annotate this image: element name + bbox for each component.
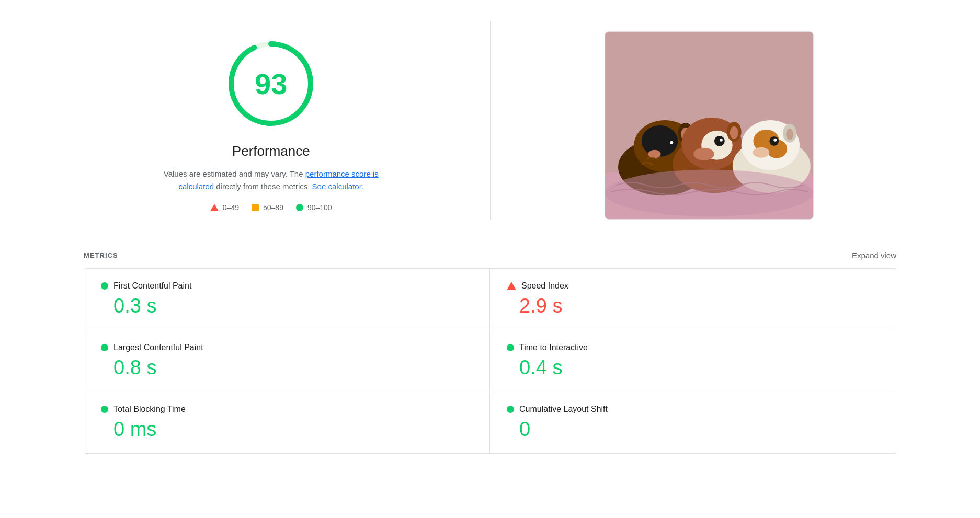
metric-value-cls: 0 <box>507 418 879 441</box>
metrics-grid: First Contentful Paint 0.3 s Speed Index… <box>84 268 896 454</box>
score-calculator-link2[interactable]: See calculator. <box>312 182 363 191</box>
subtitle-middle: directly from these metrics. <box>214 182 312 191</box>
metric-header-cls: Cumulative Layout Shift <box>507 405 879 414</box>
svg-point-29 <box>786 129 793 140</box>
status-dot-green-lcp <box>101 344 108 351</box>
status-dot-green-tbt <box>101 406 108 413</box>
metric-name-tti: Time to Interactive <box>519 343 588 352</box>
metric-value-tti: 0.4 s <box>507 356 879 379</box>
metric-card-lcp: Largest Contentful Paint 0.8 s <box>84 330 490 392</box>
metric-header-tbt: Total Blocking Time <box>101 405 473 414</box>
metric-value-fcp: 0.3 s <box>101 295 473 317</box>
legend-range-average: 50–89 <box>263 203 283 212</box>
status-dot-green-tti <box>507 344 514 351</box>
score-legend: 0–49 50–89 90–100 <box>210 203 332 212</box>
image-section <box>522 21 897 220</box>
status-dot-green-cls <box>507 406 514 413</box>
subtitle-prefix: Values are estimated and may vary. The <box>164 169 305 178</box>
square-icon <box>252 204 259 211</box>
metric-value-tbt: 0 ms <box>101 418 473 441</box>
svg-point-9 <box>670 141 673 144</box>
metric-header-fcp: First Contentful Paint <box>101 281 473 291</box>
metric-card-fcp: First Contentful Paint 0.3 s <box>84 269 490 330</box>
metric-name-tbt: Total Blocking Time <box>113 405 186 414</box>
metric-name-lcp: Largest Contentful Paint <box>113 343 203 352</box>
metric-card-tti: Time to Interactive 0.4 s <box>490 330 896 392</box>
svg-point-18 <box>720 139 723 142</box>
metric-header-si: Speed Index <box>507 281 879 291</box>
metric-value-si: 2.9 s <box>507 295 879 317</box>
metrics-header: METRICS Expand view <box>84 251 896 260</box>
svg-point-30 <box>605 170 813 217</box>
status-triangle-red-si <box>507 282 516 290</box>
metrics-section-label: METRICS <box>84 251 118 259</box>
score-value: 93 <box>255 67 287 101</box>
svg-point-20 <box>730 126 738 139</box>
performance-subtitle: Values are estimated and may vary. The p… <box>145 168 396 193</box>
status-dot-green-fcp <box>101 282 108 290</box>
metric-card-tbt: Total Blocking Time 0 ms <box>84 392 490 453</box>
metric-header-tti: Time to Interactive <box>507 343 879 352</box>
expand-view-button[interactable]: Expand view <box>852 251 896 260</box>
metric-value-lcp: 0.8 s <box>101 356 473 379</box>
performance-title: Performance <box>232 143 310 159</box>
screenshot-frame <box>605 31 814 220</box>
top-section: 93 Performance Values are estimated and … <box>84 21 896 220</box>
svg-point-16 <box>693 148 714 160</box>
metric-card-si: Speed Index 2.9 s <box>490 269 896 330</box>
legend-range-poor: 0–49 <box>223 203 239 212</box>
page-wrapper: 93 Performance Values are estimated and … <box>0 0 980 475</box>
performance-gauge: 93 <box>224 37 318 131</box>
metric-name-fcp: First Contentful Paint <box>113 281 191 291</box>
svg-point-17 <box>714 136 725 146</box>
triangle-icon <box>210 204 219 211</box>
score-section: 93 Performance Values are estimated and … <box>84 21 459 212</box>
svg-point-8 <box>665 139 675 149</box>
metric-name-cls: Cumulative Layout Shift <box>519 405 608 414</box>
vertical-divider <box>490 21 491 220</box>
svg-point-25 <box>753 147 769 158</box>
legend-item-average: 50–89 <box>252 203 283 212</box>
circle-icon <box>296 204 303 211</box>
svg-point-27 <box>773 139 777 142</box>
metric-header-lcp: Largest Contentful Paint <box>101 343 473 352</box>
legend-item-poor: 0–49 <box>210 203 239 212</box>
legend-item-good: 90–100 <box>296 203 332 212</box>
metric-name-si: Speed Index <box>521 281 568 291</box>
svg-point-10 <box>648 150 660 158</box>
metric-card-cls: Cumulative Layout Shift 0 <box>490 392 896 453</box>
legend-range-good: 90–100 <box>307 203 332 212</box>
